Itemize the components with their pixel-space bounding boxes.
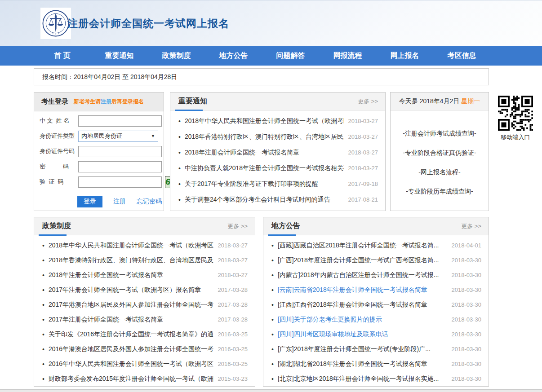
id-number-input[interactable] bbox=[78, 146, 162, 157]
policy-panel: 政策制度 更多 >> 2018年中华人民共和国注册会计师全国统一考试（欧洲考区.… bbox=[34, 217, 255, 387]
login-title: 考生登录 bbox=[41, 97, 68, 106]
local-link[interactable]: [云南]云南省2018年注册会计师全国统一考试报名简章 bbox=[278, 286, 447, 294]
local-item: [江西]江西省2018年注册会计师全国统一考试报名简章 2018-03-30 bbox=[271, 297, 481, 312]
local-date: 2018-03-30 bbox=[452, 301, 482, 308]
local-more-link[interactable]: 更多 >> bbox=[461, 222, 481, 230]
id-type-label: 身份证件类型 bbox=[40, 132, 78, 140]
login-button[interactable]: 登录 bbox=[77, 196, 102, 207]
local-date: 2018-03-30 bbox=[452, 375, 482, 382]
id-type-select[interactable]: 内地居民身份证 ▼ bbox=[78, 131, 158, 142]
notices-title: 重要通知 bbox=[178, 97, 207, 106]
notice-date: 2018-03-27 bbox=[348, 133, 378, 140]
policy-date: 2018-03-27 bbox=[218, 242, 248, 249]
notice-link[interactable]: 中注协负责人就2018年注册会计师全国统一考试报名相关事... bbox=[185, 164, 344, 172]
policy-item: 2018年中华人民共和国注册会计师全国统一考试（欧洲考区... 2018-03-… bbox=[42, 238, 248, 253]
policy-link[interactable]: 2018年注册会计师全国统一考试报名简章 bbox=[49, 271, 213, 279]
nav-item[interactable]: 问题解答 bbox=[262, 51, 319, 61]
notice-item: 关于调整24个考区部分考生会计科目考试时间的通告 2017-08-21 bbox=[178, 192, 378, 207]
login-notice-prefix: 新老考生请 bbox=[74, 98, 101, 105]
today-link[interactable]: -网上报名流程- bbox=[418, 163, 460, 182]
chevron-down-icon: ▼ bbox=[151, 134, 155, 138]
login-notice: 新老考生请注册后再登录报名 bbox=[74, 98, 144, 106]
local-link[interactable]: [广西]2018年度注册会计师全国统一考试广西考区报名简... bbox=[278, 256, 447, 264]
register-inline-link[interactable]: 注册 bbox=[101, 98, 111, 105]
policy-date: 2017-03-28 bbox=[218, 286, 248, 293]
policy-link[interactable]: 2016年港澳台地区居民及外国人参加注册会计师全国统一考... bbox=[49, 345, 213, 353]
local-item: [广西]2018年度注册会计师全国统一考试广西考区报名简... 2018-03-… bbox=[271, 253, 481, 268]
nav-item[interactable]: 网报流程 bbox=[319, 51, 376, 61]
notice-link[interactable]: 关于调整24个考区部分考生会计科目考试时间的通告 bbox=[185, 196, 344, 204]
login-panel-header: 考生登录 新老考生请注册后再登录报名 bbox=[34, 92, 164, 111]
notices-panel-header: 重要通知 更多 >> bbox=[170, 92, 385, 110]
name-input[interactable] bbox=[78, 115, 162, 127]
today-weekday: 星期一 bbox=[461, 97, 480, 106]
notice-link[interactable]: 关于2017年专业阶段准考证下载打印事项的提醒 bbox=[185, 180, 344, 188]
nav-item[interactable]: 政策制度 bbox=[148, 51, 205, 61]
local-item: [湖北]湖北省2018年注册会计师全国统一考试报名简章 2018-03-30 bbox=[271, 357, 481, 371]
qr-code-label: 移动端入口 bbox=[501, 133, 530, 141]
local-panel-header: 地方公告 更多 >> bbox=[263, 217, 489, 235]
local-link[interactable]: [内蒙古]2018年内蒙古自治区注册会计师全国统一考试报... bbox=[278, 271, 447, 279]
id-type-selected-value: 内地居民身份证 bbox=[81, 132, 122, 140]
local-link[interactable]: [广东]2018年度注册会计师全国统一考试(专业阶段)广... bbox=[278, 345, 447, 353]
today-link[interactable]: -专业阶段合格证真伪验证- bbox=[403, 143, 476, 163]
policy-link[interactable]: 2017年注册会计师全国统一考试（欧洲考区）报名简章 bbox=[49, 286, 213, 294]
local-link[interactable]: [江西]江西省2018年注册会计师全国统一考试报名简章 bbox=[278, 301, 447, 309]
main-nav: 首 页重要通知政策制度地方公告问题解答网报流程网上报名考区信息 bbox=[0, 46, 542, 66]
nav-item[interactable]: 考区信息 bbox=[433, 51, 490, 61]
policy-date: 2016-03-25 bbox=[218, 346, 248, 352]
today-link[interactable]: -专业阶段历年成绩查询- bbox=[406, 182, 473, 201]
policy-title: 政策制度 bbox=[42, 221, 71, 231]
name-label: 中 文 姓 名 bbox=[40, 117, 78, 125]
local-date: 2018-04-01 bbox=[452, 242, 482, 249]
notice-link[interactable]: 2018年香港特别行政区、澳门特别行政区、台湾地区居民及... bbox=[185, 133, 344, 141]
policy-item: 2017年注册会计师全国统一考试（欧洲考区）报名简章 2017-03-28 bbox=[42, 282, 248, 297]
policy-date: 2018-03-27 bbox=[218, 257, 248, 264]
nav-item[interactable]: 网上报名 bbox=[376, 51, 433, 61]
local-date: 2018-03-30 bbox=[452, 346, 482, 352]
nav-item[interactable]: 首 页 bbox=[34, 51, 91, 61]
policy-link[interactable]: 财政部考委会发布2015年度注册会计师全国统一考试（欧洲... bbox=[49, 375, 213, 383]
title-underline bbox=[175, 110, 203, 111]
captcha-input[interactable] bbox=[78, 176, 162, 188]
local-link[interactable]: [西藏]西藏自治区2018年注册会计师全国统一考试报名简... bbox=[278, 242, 447, 250]
policy-date: 2018-03-27 bbox=[218, 272, 248, 278]
local-link[interactable]: [四川]四川考区现场审核地址及联系电话 bbox=[278, 330, 447, 339]
today-link[interactable]: -注册会计师考试成绩查询- bbox=[403, 124, 476, 143]
notice-link[interactable]: 2018年中华人民共和国注册会计师全国统一考试（欧洲考区... bbox=[185, 117, 344, 125]
policy-link[interactable]: 2018年中华人民共和国注册会计师全国统一考试（欧洲考区... bbox=[49, 242, 213, 250]
policy-date: 2017-03-28 bbox=[218, 301, 248, 308]
policy-link[interactable]: 2017年注册会计师全国统一考试报名简章 bbox=[49, 316, 213, 324]
policy-item: 财政部考委会发布2015年度注册会计师全国统一考试（欧洲... 2015-03-… bbox=[42, 371, 248, 386]
policy-link[interactable]: 2018年香港特别行政区、澳门特别行政区、台湾地区居民及... bbox=[49, 256, 213, 264]
policy-date: 2016-03-25 bbox=[218, 361, 248, 367]
local-date: 2018-03-30 bbox=[452, 331, 482, 338]
local-item: [西藏]西藏自治区2018年注册会计师全国统一考试报名简... 2018-04-… bbox=[271, 238, 481, 253]
nav-item[interactable]: 地方公告 bbox=[205, 51, 262, 61]
local-title: 地方公告 bbox=[271, 221, 300, 231]
password-input[interactable] bbox=[78, 161, 162, 172]
policy-item: 2016年港澳台地区居民及外国人参加注册会计师全国统一考... 2016-03-… bbox=[42, 342, 248, 357]
local-link[interactable]: [四川]关于部分老考生更换照片的提示 bbox=[278, 316, 447, 324]
local-date: 2018-03-30 bbox=[452, 257, 482, 264]
today-header: 今天是 2018年4月2日 星期一 bbox=[391, 92, 489, 110]
local-link[interactable]: [湖北]湖北省2018年注册会计师全国统一考试报名简章 bbox=[278, 360, 447, 368]
policy-more-link[interactable]: 更多 >> bbox=[227, 222, 248, 230]
title-underline bbox=[39, 234, 67, 236]
notices-more-link[interactable]: 更多 >> bbox=[358, 97, 378, 106]
policy-link[interactable]: 2017年港澳台地区居民及外国人参加注册会计师全国统一考... bbox=[49, 301, 213, 309]
local-link[interactable]: [北京]北京地区2018年注册会计师全国统一考试报名实施... bbox=[278, 375, 447, 383]
registration-period-banner: 报名时间：2018年04月02日 至 2018年04月28日 bbox=[34, 68, 489, 85]
local-item: [四川]四川考区现场审核地址及联系电话 2018-03-30 bbox=[271, 327, 481, 342]
notice-date: 2018-03-27 bbox=[348, 149, 378, 156]
forgot-password-link[interactable]: 忘记密码 bbox=[137, 198, 162, 206]
id-number-label: 身份证件号码 bbox=[40, 147, 78, 155]
cpa-logo-icon bbox=[40, 8, 71, 39]
policy-link[interactable]: 2016年中华人民共和国注册会计师全国统一考试（欧洲考区... bbox=[49, 360, 213, 368]
local-item: [广东]2018年度注册会计师全国统一考试(专业阶段)广... 2018-03-… bbox=[271, 342, 481, 357]
notice-link[interactable]: 2018年注册会计师全国统一考试报名简章 bbox=[185, 149, 344, 157]
policy-link[interactable]: 关于印发《2016年注册会计师全国统一考试报名简章》的通... bbox=[49, 330, 213, 339]
nav-item[interactable]: 重要通知 bbox=[91, 51, 148, 61]
register-link[interactable]: 注册 bbox=[113, 198, 126, 206]
policy-item: 2018年注册会计师全国统一考试报名简章 2018-03-27 bbox=[42, 268, 248, 282]
